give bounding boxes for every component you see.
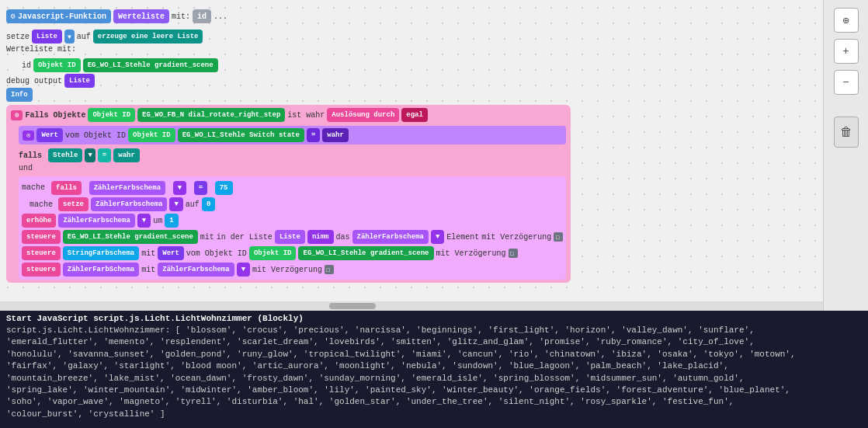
func-header: ⚙ Javascript-Funktion Werteliste mit: id… — [6, 9, 227, 23]
element-text: Element — [446, 233, 479, 242]
mache-block: mache falls ZählerFarbschema ▼ = 75 mach… — [19, 176, 566, 280]
steuere-pill2: steuere — [22, 246, 61, 260]
liste-pill[interactable]: Liste — [32, 30, 62, 43]
wert-pill[interactable]: Wert — [36, 128, 63, 142]
id-pill: id — [193, 9, 211, 23]
zaehler-arrow4[interactable]: ▼ — [431, 230, 444, 244]
console-line4: 'fairfax', 'galaxy', 'starlight', 'blood… — [6, 360, 862, 372]
falls-objekt-id[interactable]: Objekt ID — [88, 108, 135, 122]
zoom-in-btn[interactable]: + — [834, 39, 859, 64]
egal-pill[interactable]: egal — [401, 108, 428, 122]
compass-btn[interactable]: ⊕ — [834, 8, 859, 33]
mit-verzoegerung3: mit Verzögerung — [252, 266, 322, 274]
row-id-objekt: id Objekt ID EG_WO_LI_Stehle gradient_sc… — [22, 58, 218, 72]
row-setze: setze Liste ▼ auf erzeuge eine leere Lis… — [6, 30, 203, 43]
in-der-liste: in der Liste — [217, 233, 273, 242]
eq-pill[interactable]: = — [307, 128, 320, 142]
auf-label2: auf — [186, 200, 200, 209]
und-text: und — [19, 164, 566, 172]
canvas-scrollbar-thumb[interactable] — [329, 303, 376, 309]
canvas-area[interactable]: ⚙ Javascript-Funktion Werteliste mit: id… — [0, 0, 823, 311]
zaehler-pill3[interactable]: ZählerFarbschema — [58, 214, 134, 228]
zoom-out-btn[interactable]: − — [834, 70, 859, 95]
erhoehe-row: erhöhe ZählerFarbschema ▼ um 1 — [22, 214, 563, 228]
info-pill[interactable]: Info — [6, 88, 33, 102]
zaehler-pill1[interactable]: ZählerFarbschema — [89, 181, 165, 195]
falls-pill: falls — [51, 181, 82, 195]
ist-wahr-text: ist wahr — [287, 111, 325, 120]
werteliste-pill[interactable]: Werteliste — [113, 9, 169, 23]
minus-icon: − — [842, 76, 849, 89]
console-line2: 'emerald_flutter', 'memento', 'resplende… — [6, 336, 862, 348]
falls-row-wrapper: falls Stehle ▼ = wahr und — [19, 148, 566, 172]
objekt-id-pill[interactable]: Objekt ID — [33, 58, 81, 72]
checkbox1[interactable]: ☐ — [554, 232, 563, 242]
zaehler-pill5[interactable]: ZählerFarbSchema — [63, 263, 139, 277]
falls-objekte-text: Falls Objekte — [25, 111, 85, 120]
console-line1: script.js.Licht.LichtWohnzimmer: [ 'blos… — [6, 325, 862, 336]
trash-btn[interactable]: 🗑 — [834, 117, 859, 148]
stehle-arrow[interactable]: ▼ — [85, 148, 95, 162]
value-0: 0 — [202, 197, 215, 211]
debug-liste-pill[interactable]: Liste — [64, 74, 95, 88]
steuere-mit2: mit — [141, 249, 155, 258]
mache-label1: mache — [22, 183, 45, 192]
zaehler-arrow5[interactable]: ▼ — [237, 263, 250, 277]
plus-icon: + — [842, 45, 849, 57]
right-sidebar: ⊕ + − 🗑 — [823, 0, 868, 311]
falls-header-row: ⊙ Falls Objekte Objekt ID EG_WO_FB_N dia… — [11, 108, 566, 122]
mit-verzoegerung1: mit Verzögerung — [481, 233, 551, 242]
inner-circle: ⊙ — [23, 130, 34, 141]
js-func-pill: ⚙ Javascript-Funktion — [6, 9, 111, 23]
canvas-scrollbar[interactable] — [0, 301, 823, 311]
steuere-mit3: mit — [141, 266, 155, 274]
vom-objekt-text: vom Objekt ID — [65, 131, 126, 140]
zaehler-arrow2[interactable]: ▼ — [169, 197, 182, 211]
id-text: id — [22, 61, 31, 70]
liste-pill2[interactable]: Liste — [275, 230, 305, 244]
falls-text: falls — [19, 151, 42, 160]
inner-falls-row: Stehle ▼ = wahr — [48, 148, 140, 162]
auf-arrow: ▼ — [64, 30, 75, 43]
objekt-id-pill2[interactable]: Objekt ID — [249, 246, 297, 260]
zaehler-pill6[interactable]: ZählerFarbschema — [158, 263, 234, 277]
steuere-pill1: steuere — [22, 230, 61, 244]
vom-objekt2: vom Objekt ID — [186, 249, 247, 258]
inner-objekt-id[interactable]: Objekt ID — [128, 128, 175, 142]
trash-icon: 🗑 — [840, 125, 852, 140]
mache-row2: mache setze ZählerFarbschema ▼ auf 0 — [30, 197, 563, 211]
console-line3: 'honolulu', 'savanna_sunset', 'golden_po… — [6, 349, 862, 360]
row-debug: debug output Liste — [6, 74, 95, 88]
zaehler-pill4[interactable]: ZählerFarbschema — [352, 230, 429, 244]
stehle-wahr[interactable]: wahr — [113, 148, 140, 162]
block-area: ⚙ Javascript-Funktion Werteliste mit: id… — [0, 0, 823, 311]
zaehler-pill2[interactable]: ZählerFarbschema — [91, 197, 167, 211]
falls-objekte-block: ⊙ Falls Objekte Objekt ID EG_WO_FB_N dia… — [6, 105, 571, 283]
string-pill[interactable]: StringFarbschema — [63, 246, 139, 260]
zaehler-arrow1[interactable]: ▼ — [173, 181, 186, 195]
wahr-pill[interactable]: wahr — [322, 128, 349, 142]
checkbox2[interactable]: ☐ — [509, 249, 518, 258]
mache-row1: mache falls ZählerFarbschema ▼ = 75 — [22, 179, 563, 195]
checkbox3[interactable]: ☐ — [325, 265, 334, 274]
zaehler-arrow3[interactable]: ▼ — [137, 214, 151, 228]
console-area: Start JavaScript script.js.Licht.LichtWo… — [0, 311, 868, 428]
werteliste-mit-label: Werteliste mit: — [6, 45, 76, 54]
mit-label: mit: — [172, 12, 190, 21]
steuere-row2: steuere StringFarbschema mit Wert vom Ob… — [22, 246, 563, 260]
zaehler-eq1: = — [194, 181, 207, 195]
stehle-pill[interactable]: Stehle — [48, 148, 82, 162]
value-1: 1 — [165, 214, 178, 228]
steuere-row3: steuere ZählerFarbSchema mit ZählerFarbs… — [22, 263, 563, 277]
wert-pill2[interactable]: Wert — [158, 246, 184, 260]
steuere-row1: steuere EG_WO_LI_Stehle gradient_scene m… — [22, 230, 563, 244]
erzeuge-pill: erzeuge eine leere Liste — [93, 30, 203, 43]
ausloesung-pill: Auslösung durch — [327, 108, 399, 122]
compass-icon: ⊕ — [842, 14, 849, 27]
mache-inner: falls ZählerFarbschema ▼ = 75 — [51, 179, 233, 195]
nimm-pill[interactable]: nimm — [307, 230, 334, 244]
falls-und-row: falls Stehle ▼ = wahr — [19, 148, 566, 162]
steuere-pill3: steuere — [22, 263, 61, 277]
ellipsis: ... — [214, 12, 227, 21]
erhoehe-pill: erhöhe — [22, 214, 56, 228]
